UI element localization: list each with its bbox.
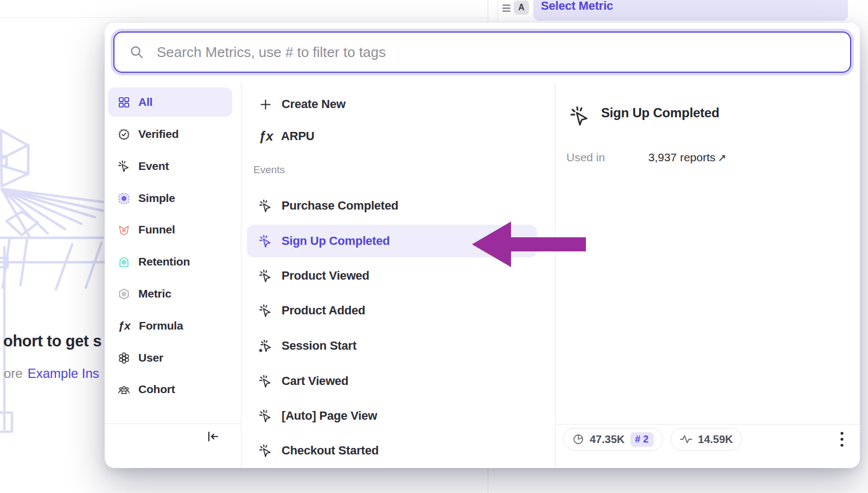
list-item-auto-page-view[interactable]: [Auto] Page View bbox=[247, 400, 537, 432]
event-click-icon bbox=[259, 375, 272, 388]
pie-chart-icon bbox=[572, 433, 584, 445]
list-item-arpu[interactable]: ƒx ARPU bbox=[247, 120, 537, 153]
metric-list: Create New ƒx ARPU Events Purchase Compl… bbox=[241, 83, 556, 468]
stat-value: 47.35K bbox=[590, 433, 625, 446]
sidebar-item-event[interactable]: Event bbox=[108, 151, 232, 181]
top-events-stat-chip[interactable]: 47.35K # 2 bbox=[563, 428, 663, 451]
event-label: Purchase Completed bbox=[282, 199, 398, 213]
list-item-checkout-started[interactable]: Checkout Started bbox=[247, 434, 537, 467]
event-label: [Auto] Page View bbox=[282, 409, 377, 423]
sidebar-item-label: Metric bbox=[138, 287, 171, 300]
external-link-arrow-icon: ↗ bbox=[718, 152, 726, 163]
retention-arch-icon bbox=[118, 256, 130, 268]
event-click-icon bbox=[259, 199, 272, 213]
event-click-icon bbox=[570, 106, 590, 127]
metric-search-box[interactable] bbox=[113, 31, 851, 73]
sidebar-item-metric[interactable]: Metric bbox=[108, 279, 232, 308]
activity-stat-chip[interactable]: 14.59K bbox=[671, 428, 743, 451]
event-click-icon bbox=[259, 269, 272, 283]
event-label: Cart Viewed bbox=[282, 374, 348, 388]
event-click-icon bbox=[259, 304, 272, 318]
select-metric-row[interactable]: A Select Metric bbox=[0, 0, 868, 22]
sidebar-item-all[interactable]: All bbox=[108, 87, 232, 117]
metric-detail-panel: Sign Up Completed Used in 3,937 reports↗… bbox=[556, 83, 860, 468]
sidebar-item-label: All bbox=[138, 96, 152, 109]
search-input[interactable] bbox=[157, 36, 850, 68]
used-in-label: Used in bbox=[566, 151, 605, 164]
sidebar-footer-divider bbox=[105, 424, 241, 424]
metric-picker-screen: A Select Metric ohort to get s oreExampl… bbox=[0, 0, 868, 493]
sidebar-item-retention[interactable]: Retention bbox=[108, 247, 232, 276]
background-subtext: oreExample Ins bbox=[4, 366, 99, 381]
create-new-label: Create New bbox=[282, 97, 346, 111]
simple-block-icon bbox=[118, 192, 130, 205]
event-label: Product Added bbox=[282, 304, 365, 318]
sidebar-item-label: Event bbox=[138, 160, 169, 173]
background-subtext-fragment: ore bbox=[4, 366, 23, 381]
formula-fx-icon: ƒx bbox=[259, 129, 272, 144]
search-icon bbox=[129, 44, 145, 60]
sidebar-item-formula[interactable]: ƒx Formula bbox=[108, 311, 232, 340]
event-click-icon bbox=[259, 235, 272, 248]
sidebar-item-label: Funnel bbox=[138, 223, 175, 236]
series-a-badge: A bbox=[514, 1, 529, 15]
more-options-kebab-icon[interactable] bbox=[839, 431, 845, 448]
metric-label: ARPU bbox=[281, 129, 315, 143]
list-item-purchase-completed[interactable]: Purchase Completed bbox=[247, 189, 537, 222]
grid-all-icon bbox=[118, 96, 130, 109]
events-section-header: Events bbox=[253, 164, 285, 176]
cohort-people-icon bbox=[118, 383, 130, 396]
verified-seal-icon bbox=[118, 128, 130, 141]
event-click-icon bbox=[118, 160, 130, 173]
sidebar-item-cohort[interactable]: Cohort bbox=[108, 375, 232, 404]
sidebar-item-label: Verified bbox=[138, 128, 178, 141]
activity-pulse-icon bbox=[680, 433, 693, 446]
sidebar-item-simple[interactable]: Simple bbox=[108, 184, 232, 213]
funnel-icon bbox=[118, 224, 130, 236]
sidebar-item-label: Simple bbox=[138, 192, 175, 205]
background-wireframe-illustration bbox=[0, 118, 114, 444]
plus-icon bbox=[259, 98, 272, 111]
event-label: Product Viewed bbox=[282, 269, 369, 283]
collapse-panel-button[interactable] bbox=[205, 428, 222, 445]
metric-stats-row: 47.35K # 2 14.59K bbox=[563, 428, 742, 451]
sidebar-item-verified[interactable]: Verified bbox=[108, 119, 232, 149]
detail-title: Sign Up Completed bbox=[601, 105, 719, 121]
list-item-session-start[interactable]: Session Start bbox=[247, 330, 537, 362]
example-insights-link[interactable]: Example Ins bbox=[28, 366, 99, 381]
create-new-button[interactable]: Create New bbox=[247, 88, 537, 121]
list-item-cart-viewed[interactable]: Cart Viewed bbox=[247, 365, 537, 397]
sidebar-item-label: Retention bbox=[138, 255, 190, 268]
used-in-reports-link[interactable]: 3,937 reports↗ bbox=[648, 151, 726, 164]
stat-value: 14.59K bbox=[698, 433, 733, 446]
user-cluster-icon bbox=[118, 352, 130, 364]
collapse-panel-icon bbox=[206, 429, 221, 444]
annotation-arrow bbox=[468, 218, 589, 270]
event-label: Session Start bbox=[282, 339, 356, 353]
list-item-product-added[interactable]: Product Added bbox=[247, 294, 537, 327]
background-headline-fragment: ohort to get s bbox=[3, 332, 101, 350]
sidebar-item-user[interactable]: User bbox=[108, 343, 232, 372]
sidebar-item-label: Formula bbox=[139, 319, 183, 332]
event-click-icon bbox=[259, 409, 272, 423]
formula-fx-icon: ƒx bbox=[118, 319, 131, 332]
sidebar-item-funnel[interactable]: Funnel bbox=[108, 215, 232, 244]
event-label: Sign Up Completed bbox=[282, 234, 390, 248]
drag-handle-icon[interactable] bbox=[502, 4, 511, 12]
category-sidebar: All Verified Event bbox=[105, 83, 241, 468]
sidebar-item-label: Cohort bbox=[138, 383, 175, 396]
event-click-icon bbox=[259, 444, 272, 458]
event-click-star-icon bbox=[259, 339, 272, 353]
event-label: Checkout Started bbox=[282, 444, 379, 458]
select-metric-label[interactable]: Select Metric bbox=[541, 0, 613, 13]
rank-badge: # 2 bbox=[630, 432, 654, 447]
metric-hexagon-icon bbox=[118, 288, 130, 300]
sidebar-item-label: User bbox=[138, 351, 163, 364]
reports-count: 3,937 reports bbox=[648, 151, 716, 163]
detail-footer-divider bbox=[556, 424, 860, 425]
